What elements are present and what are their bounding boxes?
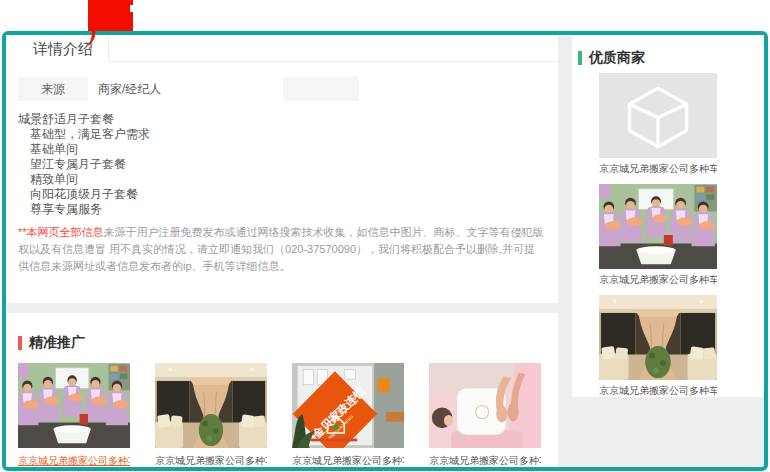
package-line: 基础单间 <box>18 142 558 157</box>
quality-merchants-sidebar: 优质商家 京京城兄弟搬家公司多种车 京京城兄弟搬家公司多种车 京京城兄弟搬家公司… <box>572 35 764 397</box>
promo-header: 精准推广 <box>6 313 558 352</box>
massage-photo[interactable] <box>429 363 541 448</box>
package-line: 尊享专属服务 <box>18 202 558 217</box>
sidebar-item-link[interactable]: 京京城兄弟搬家公司多种车 <box>599 384 717 397</box>
sidebar-title: 优质商家 <box>589 49 645 67</box>
no-image-cube-placeholder-icon[interactable] <box>599 73 717 158</box>
promo-section: 精准推广 京京城兄弟搬家公司多种车 京京城兄弟搬家公司多种车 京京城兄弟搬家公司… <box>6 313 558 467</box>
package-line: 向阳花顶级月子套餐 <box>18 187 558 202</box>
sidebar-item-link[interactable]: 京京城兄弟搬家公司多种车 <box>599 273 717 287</box>
tab-detail-intro[interactable]: 详情介绍 <box>18 35 109 62</box>
promo-item-link[interactable]: 京京城兄弟搬家公司多种车 <box>292 453 404 468</box>
promo-row: 京京城兄弟搬家公司多种车 京京城兄弟搬家公司多种车 京京城兄弟搬家公司多种车 京… <box>18 363 558 468</box>
disclaimer-text: **本网页全部信息来源于用户注册免费发布或通过网络搜索技术收集，如信息中图片、商… <box>18 224 544 275</box>
curtain-room-photo[interactable] <box>599 295 717 380</box>
green-bar-icon <box>578 51 582 65</box>
package-list: 城景舒适月子套餐 基础型，满足客户需求 基础单间 望江专属月子套餐 精致单间 向… <box>18 112 558 217</box>
package-line: 基础型，满足客户需求 <box>18 127 558 142</box>
curtain-room-photo[interactable] <box>155 363 267 448</box>
package-line: 城景舒适月子套餐 <box>18 112 558 127</box>
content-frame: 详情介绍 来源 商家/经纪人 城景舒适月子套餐 基础型，满足客户需求 基础单间 … <box>2 31 768 471</box>
promo-item-link[interactable]: 京京城兄弟搬家公司多种车 <box>429 453 541 468</box>
promo-title: 精准推广 <box>29 334 85 352</box>
promo-item-link[interactable]: 京京城兄弟搬家公司多种车 <box>155 453 267 468</box>
info-empty-cell <box>283 77 359 101</box>
promo-item[interactable]: 京京城兄弟搬家公司多种车 <box>18 363 130 468</box>
sidebar-merchant-item[interactable]: 京京城兄弟搬家公司多种车 <box>599 73 717 176</box>
source-value: 商家/经纪人 <box>88 77 283 101</box>
housekeeping-sign-photo[interactable] <box>292 363 404 448</box>
tabbar-filler <box>109 35 558 62</box>
source-info-row: 来源 商家/经纪人 <box>18 77 558 101</box>
sidebar-merchant-item[interactable]: 京京城兄弟搬家公司多种车 <box>599 184 717 287</box>
source-label: 来源 <box>18 77 88 101</box>
disclaimer-highlight: **本网页全部信息 <box>18 226 104 238</box>
sidebar-item-link[interactable]: 京京城兄弟搬家公司多种车 <box>599 162 717 176</box>
maternity-group-photo[interactable] <box>18 363 130 448</box>
promo-item-link[interactable]: 京京城兄弟搬家公司多种车 <box>18 453 130 468</box>
sidebar-header: 优质商家 <box>572 35 764 67</box>
detail-section: 详情介绍 来源 商家/经纪人 城景舒适月子套餐 基础型，满足客户需求 基础单间 … <box>6 35 558 303</box>
sidebar-merchant-item[interactable]: 京京城兄弟搬家公司多种车 <box>599 295 717 397</box>
promo-item[interactable]: 京京城兄弟搬家公司多种车 <box>429 363 541 468</box>
red-bar-icon <box>18 336 22 350</box>
promo-item[interactable]: 京京城兄弟搬家公司多种车 <box>155 363 267 468</box>
package-line: 望江专属月子套餐 <box>18 157 558 172</box>
package-line: 精致单间 <box>18 172 558 187</box>
detail-tabbar: 详情介绍 <box>6 35 558 62</box>
promo-item[interactable]: 京京城兄弟搬家公司多种车 <box>292 363 404 468</box>
maternity-group-photo[interactable] <box>599 184 717 269</box>
